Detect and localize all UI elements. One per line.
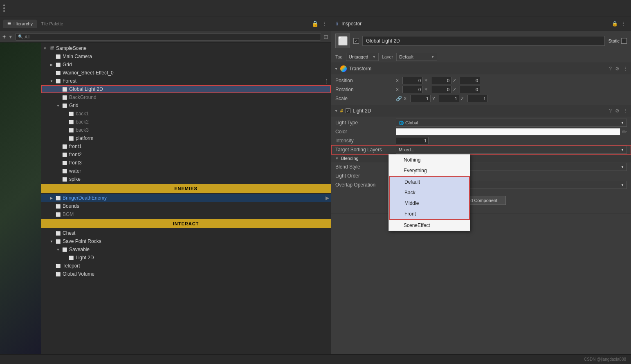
target-sorting-dropdown[interactable]: Mixed... ▼ <box>396 146 627 154</box>
expand-arrow[interactable] <box>49 79 54 83</box>
tree-item-background[interactable]: BackGround <box>41 93 331 101</box>
rotation-row: Rotation X Y Z <box>331 85 631 94</box>
eyedropper-icon[interactable]: ✏ <box>622 128 627 135</box>
tag-layer-row: Tag Untagged ▼ Layer Default ▼ <box>331 51 631 63</box>
section-interact: INTERACT <box>41 219 331 228</box>
tree-item-warrior[interactable]: Warrior_Sheet-Effect_0 <box>41 69 331 77</box>
expand-arrow[interactable] <box>56 103 61 108</box>
popup-item-scene-effect[interactable]: SceneEffect <box>389 220 470 231</box>
tree-item-grid-child[interactable]: Grid <box>41 101 331 110</box>
lock-icon[interactable]: 🔒 <box>612 21 618 27</box>
popup-item-back[interactable]: ✓ Back <box>390 187 469 198</box>
tree-item-main-camera[interactable]: Main Camera <box>41 52 331 61</box>
popup-item-front[interactable]: ✓ Front <box>390 209 469 219</box>
expand-arrow[interactable] <box>49 195 54 200</box>
transform-header[interactable]: ▼ Transform ? ⚙ ⋮ <box>331 63 631 74</box>
tree-item-grid-top[interactable]: Grid <box>41 61 331 69</box>
search-box[interactable]: 🔍 <box>15 33 321 40</box>
position-z[interactable] <box>460 77 480 84</box>
tree-item-bounds[interactable]: Bounds <box>41 202 331 210</box>
transform-settings-icon[interactable]: ⚙ <box>615 66 620 72</box>
rotation-z[interactable] <box>460 86 480 93</box>
rotation-y[interactable] <box>431 86 451 93</box>
expand-arrow[interactable] <box>49 239 54 244</box>
tree-item-forest[interactable]: Forest <box>41 77 331 85</box>
tab-hierarchy[interactable]: ☰ Hierarchy <box>3 20 37 28</box>
tree-label: back1 <box>76 111 89 117</box>
add-object-button[interactable]: + <box>2 34 6 40</box>
light-type-dropdown[interactable]: 🌐 Global ▼ <box>396 119 627 127</box>
tree-item-light2d-sub[interactable]: Light 2D <box>41 254 331 262</box>
scale-z[interactable] <box>467 95 488 102</box>
tree-item-bringer[interactable]: BringerDeathEnemy ▶ <box>41 194 331 202</box>
tag-dropdown[interactable]: Untagged ▼ <box>346 53 379 61</box>
tree-item-saveable[interactable]: Saveable <box>41 245 331 254</box>
tree-label: Global Light 2D <box>69 86 103 92</box>
scale-x[interactable] <box>410 95 431 102</box>
expand-arrow[interactable] <box>43 46 47 51</box>
dropdown-arrow-small[interactable]: ▼ <box>8 34 13 39</box>
intensity-value[interactable] <box>396 137 429 144</box>
position-y[interactable] <box>431 77 451 84</box>
tree-item-teleport[interactable]: Teleport <box>41 262 331 270</box>
scale-link-icon[interactable]: 🔗 <box>396 96 402 101</box>
tab-tile-palette[interactable]: Tile Palette <box>37 20 67 28</box>
expand-arrow[interactable] <box>56 247 61 252</box>
tree-item-back3[interactable]: back3 <box>41 126 331 134</box>
blending-expand-arrow[interactable]: ▼ <box>335 157 339 160</box>
bottom-bar: CSDN @jiangdaxia888 <box>0 354 631 364</box>
color-field[interactable] <box>396 128 620 135</box>
popup-item-middle[interactable]: ✓ Middle <box>390 198 469 209</box>
tree-item-water[interactable]: water <box>41 167 331 175</box>
inspector-menu-icon[interactable]: ⋮ <box>621 21 626 27</box>
light2d-settings-icon[interactable]: ⚙ <box>615 108 620 114</box>
search-options-button[interactable]: ⊡ <box>323 34 328 40</box>
blending-header[interactable]: ▼ Blending <box>331 154 631 162</box>
tree-item-front1[interactable]: front1 <box>41 142 331 151</box>
scale-y[interactable] <box>439 95 459 102</box>
tree-item-save-point[interactable]: Save Point Rocks <box>41 237 331 245</box>
popup-item-nothing[interactable]: Nothing <box>389 155 470 165</box>
sx-axis-label: X <box>404 96 409 101</box>
expand-arrow[interactable] <box>49 62 54 67</box>
tree-item-spike[interactable]: spike <box>41 175 331 183</box>
light2d-active-checkbox[interactable]: ✓ <box>346 108 350 113</box>
popup-item-default[interactable]: ✓ Default <box>390 177 469 187</box>
position-x[interactable] <box>402 77 423 84</box>
popup-item-everything[interactable]: Everything <box>389 165 470 176</box>
tree-item-samplescene[interactable]: SampleScene <box>41 44 331 52</box>
tree-item-chest[interactable]: Chest <box>41 229 331 237</box>
static-checkbox[interactable] <box>621 38 627 44</box>
tree-label: front3 <box>69 160 82 166</box>
item-menu-icon[interactable] <box>323 78 329 84</box>
transform-menu-icon[interactable]: ⋮ <box>623 66 628 72</box>
tree-item-bgm[interactable]: BGM <box>41 210 331 218</box>
tree-item-front3[interactable]: front3 <box>41 159 331 167</box>
lock-icon[interactable]: 🔒 <box>312 20 319 27</box>
panel-header: ☰ Hierarchy Tile Palette 🔒 <box>0 16 331 31</box>
layer-dropdown[interactable]: Default ▼ <box>396 53 437 61</box>
tree-item-platform[interactable]: platform <box>41 134 331 142</box>
hierarchy-icon: ☰ <box>7 21 11 26</box>
tree-label: Saveable <box>69 247 90 252</box>
transform-help-icon[interactable]: ? <box>609 66 612 72</box>
transform-expand-arrow[interactable]: ▼ <box>335 67 338 71</box>
drag-handle[interactable] <box>3 4 5 12</box>
light2d-expand-arrow[interactable]: ▼ <box>335 109 338 113</box>
rotation-x[interactable] <box>402 86 423 93</box>
tree-item-back2[interactable]: back2 <box>41 118 331 126</box>
transform-title: Transform <box>349 66 371 72</box>
light2d-help-icon[interactable]: ? <box>609 108 612 114</box>
light2d-menu-icon[interactable]: ⋮ <box>623 108 628 114</box>
active-toggle[interactable]: ✓ <box>353 38 359 44</box>
tree-item-global-light[interactable]: Global Light 2D <box>41 85 331 93</box>
object-name-field[interactable] <box>362 36 605 46</box>
hierarchy-tree: SampleScene Main Camera Grid <box>41 43 331 354</box>
search-input[interactable] <box>25 34 318 39</box>
tree-item-back1[interactable]: back1 <box>41 110 331 118</box>
cube-icon <box>61 246 68 253</box>
tree-item-front2[interactable]: front2 <box>41 151 331 159</box>
panel-menu-icon[interactable] <box>322 20 328 27</box>
tree-item-global-volume[interactable]: Global Volume <box>41 270 331 278</box>
light2d-header[interactable]: ▼ # ✓ Light 2D ? ⚙ ⋮ <box>331 105 631 117</box>
